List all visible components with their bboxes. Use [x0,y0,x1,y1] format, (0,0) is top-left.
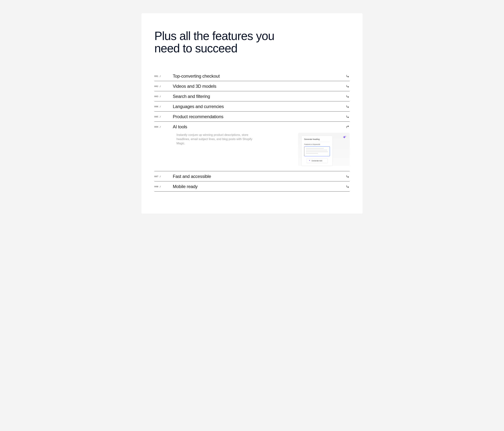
accordion-item-checkout: 001 / Top-converting checkout [154,71,350,81]
item-number: 006 / [154,105,173,108]
ai-panel-heading: Generate heading [304,138,330,142]
placeholder-line [306,151,328,152]
accordion-list: 001 / Top-converting checkout 002 / Vide… [154,71,350,192]
item-title: Search and filtering [173,94,342,99]
item-number: 005 / [154,116,173,118]
sparkle-small-icon [308,160,311,162]
arrow-up-right-icon [346,125,350,129]
accordion-toggle[interactable]: 003 / Search and filtering [154,91,350,101]
arrow-down-right-icon [346,84,350,88]
accordion-item-product-recommendations: 005 / Product recommendations [154,111,350,122]
item-title: Languages and currencies [173,104,342,109]
accordion-body: Instantly conjure up winning product des… [154,132,350,171]
accordion-item-languages-currencies: 006 / Languages and currencies [154,101,350,111]
item-number: 007 / [154,175,173,178]
ai-panel: Generate heading Features or keywords [301,136,333,166]
item-description: Instantly conjure up winning product des… [177,133,254,166]
accordion-toggle[interactable]: 004 / AI tools [154,122,350,132]
arrow-down-right-icon [346,174,350,178]
placeholder-line [306,153,318,154]
accordion-toggle[interactable]: 002 / Videos and 3D models [154,81,350,91]
item-title: Mobile ready [173,184,342,189]
ai-illustration: Generate heading Features or keywords [298,133,350,166]
accordion-item-mobile-ready: 008 / Mobile ready [154,181,350,192]
accordion-toggle[interactable]: 001 / Top-converting checkout [154,71,350,81]
accordion-item-ai-tools: 004 / AI tools Instantly conjure up winn… [154,122,350,171]
item-title: Videos and 3D models [173,84,342,89]
item-number: 004 / [154,126,173,128]
accordion-item-videos-3d: 002 / Videos and 3D models [154,81,350,91]
item-title: Fast and accessible [173,174,342,179]
accordion-item-search-filtering: 003 / Search and filtering [154,91,350,101]
accordion-toggle[interactable]: 006 / Languages and currencies [154,101,350,111]
ai-field-label: Features or keywords [304,143,330,145]
arrow-down-right-icon [346,95,350,98]
placeholder-line [306,150,327,150]
accordion-toggle[interactable]: 005 / Product recommendations [154,111,350,121]
item-number: 001 / [154,75,173,77]
accordion-item-fast-accessible: 007 / Fast and accessible [154,171,350,181]
item-title: AI tools [173,124,342,129]
accordion-toggle[interactable]: 008 / Mobile ready [154,181,350,191]
item-number: 008 / [154,185,173,188]
ai-keywords-input[interactable] [304,146,330,156]
accordion-toggle[interactable]: 007 / Fast and accessible [154,171,350,181]
item-title: Product recommendations [173,114,342,119]
arrow-down-right-icon [346,115,350,119]
button-label: Generate text [312,160,322,162]
placeholder-line [306,148,324,149]
features-card: Plus all the features you need to succee… [142,13,362,214]
section-headline: Plus all the features you need to succee… [154,30,298,54]
item-title: Top-converting checkout [173,73,342,79]
generate-text-button[interactable]: Generate text [306,158,328,163]
arrow-down-right-icon [346,185,350,188]
arrow-down-right-icon [346,105,350,108]
sparkle-icon [342,135,347,140]
arrow-down-right-icon [346,74,350,78]
item-number: 002 / [154,85,173,88]
item-number: 003 / [154,95,173,98]
